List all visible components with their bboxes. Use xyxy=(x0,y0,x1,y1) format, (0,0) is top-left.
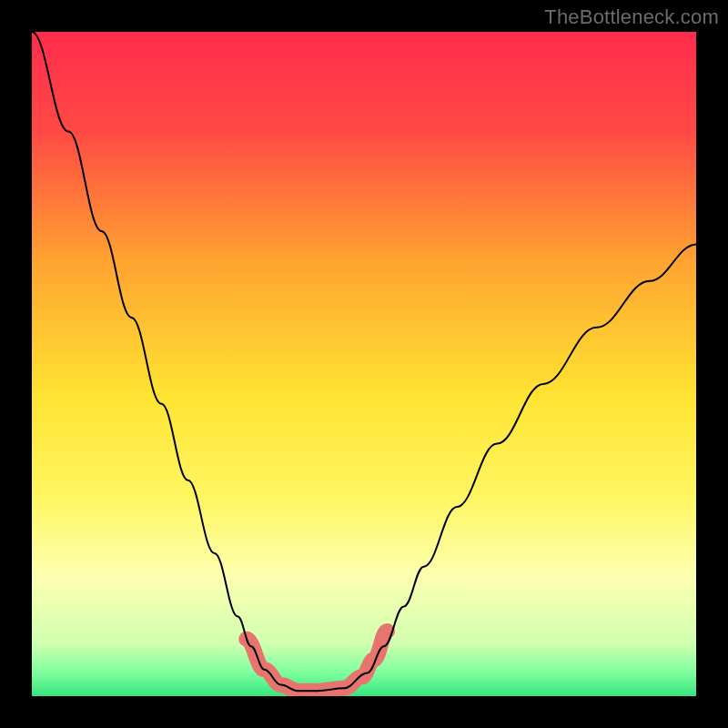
chart-svg xyxy=(32,32,696,696)
plot-area xyxy=(32,32,696,696)
watermark-text: TheBottleneck.com xyxy=(544,5,719,29)
gradient-background xyxy=(32,32,696,696)
chart-frame: TheBottleneck.com xyxy=(0,0,728,728)
